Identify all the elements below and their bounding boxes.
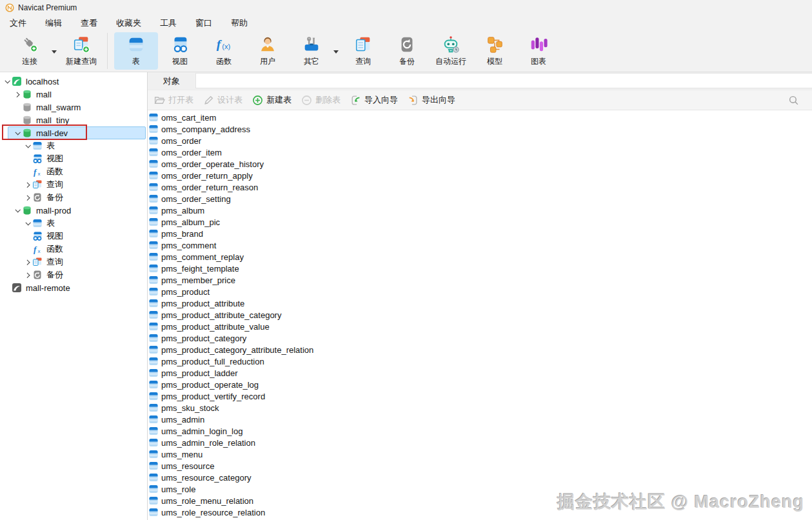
toolbar-button-user[interactable]: 用户 [246, 32, 290, 70]
objbar-button-new-table[interactable]: 新建表 [252, 94, 292, 106]
tables-icon [148, 449, 159, 459]
table-row[interactable]: pms_product [148, 286, 812, 297]
objbar-button-import-wizard[interactable]: 导入向导 [350, 94, 398, 106]
tree-chevron-down-icon[interactable] [23, 221, 32, 225]
objbar-button-export-wizard[interactable]: 导出向导 [408, 94, 455, 106]
tree-chevron-right-icon[interactable] [23, 183, 32, 186]
table-row[interactable]: pms_member_price [148, 274, 812, 286]
table-row[interactable]: pms_album_pic [148, 216, 812, 228]
table-row[interactable]: oms_order_setting [148, 193, 812, 205]
toolbar-button-query[interactable]: 查询 [341, 32, 385, 70]
menu-item-help[interactable]: 帮助 [224, 15, 255, 31]
table-row[interactable]: oms_order_item [148, 146, 812, 158]
table-name: oms_order_return_apply [161, 171, 253, 181]
table-row[interactable]: pms_brand [148, 228, 812, 239]
toolbar-button-backup[interactable]: 备份 [385, 32, 429, 70]
queries-icon [32, 257, 43, 267]
tree-chevron-down-icon[interactable] [23, 144, 32, 148]
table-row[interactable]: ums_role_resource_relation [148, 506, 812, 518]
toolbar-button-new-query[interactable]: 新建查询 [59, 32, 103, 70]
table-name: oms_order_item [161, 148, 222, 157]
tree-item-tables[interactable]: 表 [0, 217, 147, 230]
table-row[interactable]: oms_order [148, 135, 812, 146]
table-row[interactable]: oms_cart_item [148, 112, 812, 123]
toolbar-button-automation[interactable]: 自动运行 [429, 32, 473, 70]
tree-item-mall[interactable]: mall [0, 88, 147, 101]
table-row[interactable]: ums_role_menu_relation [148, 495, 812, 506]
table-row[interactable]: pms_product_full_reduction [148, 355, 812, 367]
tree-chevron-right-icon[interactable] [13, 92, 22, 96]
table-row[interactable]: pms_feight_template [148, 263, 812, 274]
tree-item-localhost[interactable]: localhost [0, 75, 147, 88]
toolbar-button-chart[interactable]: 图表 [517, 32, 560, 70]
table-name: pms_product_vertify_record [161, 392, 265, 401]
tree-item-views[interactable]: 视图 [0, 230, 147, 243]
tree-item-backups[interactable]: 备份 [0, 191, 147, 204]
table-row[interactable]: pms_product_operate_log [148, 379, 812, 390]
table-row[interactable]: pms_product_vertify_record [148, 390, 812, 402]
tree-item-views[interactable]: 视图 [0, 152, 147, 165]
table-row[interactable]: pms_album [148, 205, 812, 216]
dropdown-caret-icon[interactable] [52, 50, 57, 56]
table-row[interactable]: ums_admin [148, 414, 812, 425]
tables-icon [148, 298, 159, 308]
tree-chevron-down-icon[interactable] [3, 79, 12, 83]
table-row[interactable]: pms_product_category_attribute_relation [148, 344, 812, 355]
tree-item-backups[interactable]: 备份 [0, 268, 147, 281]
table-row[interactable]: pms_product_attribute_value [148, 321, 812, 332]
tree-item-label: 表 [46, 217, 55, 229]
table-row[interactable]: pms_product_category [148, 332, 812, 344]
menu-item-favorites[interactable]: 收藏夹 [109, 15, 148, 31]
tree-item-queries[interactable]: 查询 [0, 178, 147, 191]
dropdown-caret-icon[interactable] [333, 50, 339, 56]
table-row[interactable]: pms_product_ladder [148, 367, 812, 379]
table-row[interactable]: ums_admin_login_log [148, 425, 812, 437]
tree-item-mall-remote[interactable]: mall-remote [0, 281, 147, 294]
table-row[interactable]: oms_order_return_apply [148, 170, 812, 181]
tree-item-functions[interactable]: fx函数 [0, 165, 147, 178]
menu-item-window[interactable]: 窗口 [188, 15, 219, 31]
toolbar-button-connect[interactable]: 连接 [8, 32, 52, 70]
tree-chevron-right-icon[interactable] [23, 195, 32, 199]
toolbar-button-function[interactable]: f(x)函数 [202, 32, 246, 70]
menu-item-tools[interactable]: 工具 [153, 15, 184, 31]
table-row[interactable]: oms_company_address [148, 123, 812, 135]
table-name: ums_role_resource_relation [161, 508, 265, 517]
table-row[interactable]: pms_product_attribute_category [148, 309, 812, 321]
tree-item-queries[interactable]: 查询 [0, 255, 147, 268]
menu-item-file[interactable]: 文件 [3, 15, 34, 31]
table-row[interactable]: pms_product_attribute [148, 297, 812, 309]
table-row[interactable]: pms_comment [148, 239, 812, 251]
toolbar-button-view[interactable]: 视图 [158, 32, 202, 70]
tree-item-tables[interactable]: 表 [0, 139, 147, 152]
tree-item-mall-dev[interactable]: mall-dev [0, 126, 147, 139]
menu-item-edit[interactable]: 编辑 [38, 15, 69, 31]
table-row[interactable]: ums_menu [148, 448, 812, 460]
tree-chevron-right-icon[interactable] [23, 260, 32, 264]
table-row[interactable]: oms_order_operate_history [148, 158, 812, 170]
tree-item-mall-swarm[interactable]: mall_swarm [0, 101, 147, 114]
table-row[interactable]: pms_comment_replay [148, 251, 812, 263]
table-row[interactable]: ums_resource [148, 460, 812, 472]
tables-icon [148, 194, 159, 204]
tree-chevron-down-icon[interactable] [13, 208, 22, 212]
toolbar-button-others[interactable]: 其它 [290, 32, 333, 70]
tree-chevron-down-icon[interactable] [13, 131, 22, 135]
tables-icon [148, 484, 159, 494]
tree-chevron-right-icon[interactable] [23, 273, 32, 277]
table-row[interactable]: oms_order_return_reason [148, 181, 812, 193]
menu-item-view[interactable]: 查看 [74, 15, 104, 31]
tab-objects[interactable]: 对象 [148, 72, 195, 90]
table-row[interactable]: ums_admin_role_relation [148, 437, 812, 448]
toolbar-button-model[interactable]: 模型 [473, 32, 517, 70]
toolbar-button-table[interactable]: 表 [114, 32, 158, 70]
tree-item-functions[interactable]: fx函数 [0, 243, 147, 255]
backups-icon [32, 270, 43, 280]
tree-item-mall-prod[interactable]: mall-prod [0, 204, 147, 217]
tree-item-mall-tiny[interactable]: mall_tiny [0, 114, 147, 126]
table-row[interactable]: pms_sku_stock [148, 402, 812, 414]
table-row[interactable]: ums_role [148, 483, 812, 495]
table-row[interactable]: ums_resource_category [148, 472, 812, 483]
table-icon [126, 35, 146, 54]
search-icon[interactable] [788, 95, 799, 106]
